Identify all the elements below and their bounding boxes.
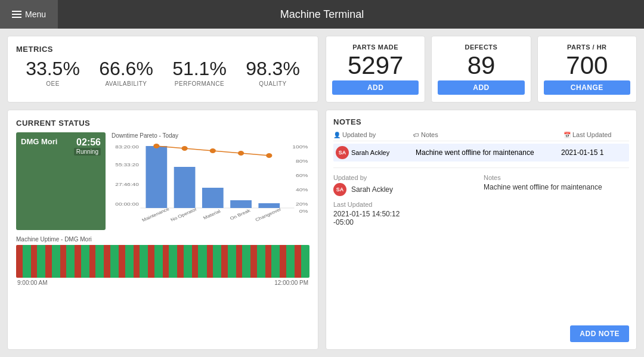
metrics-values: 33.5% OEE 66.6% AVAILABILITY 51.1% PERFO… [16, 58, 309, 87]
uptime-segment [154, 245, 163, 278]
svg-text:0%: 0% [299, 209, 308, 214]
parts-made-value: 5297 [348, 53, 403, 78]
uptime-label: Machine Uptime - DMG Mori [16, 236, 309, 243]
uptime-segment [257, 245, 265, 278]
detail-updated-by-label: Updated by [333, 174, 479, 181]
uptime-segment [66, 245, 75, 278]
uptime-segment [60, 245, 67, 278]
uptime-segment [16, 245, 23, 278]
hamburger-icon [12, 11, 21, 18]
uptime-segment [236, 245, 243, 278]
quality-label: QUALITY [236, 80, 309, 87]
bar-changeover [258, 203, 280, 208]
bar-material [202, 188, 224, 208]
detail-notes-text: Machine went offline for maintenance [484, 183, 629, 191]
uptime-mid-time: 12:00:00 PM [274, 280, 308, 286]
col-notes: 🏷 Notes [413, 131, 561, 138]
uptime-start-time: 9:00:00 AM [17, 280, 48, 286]
uptime-segment [119, 245, 125, 278]
svg-text:60%: 60% [296, 173, 308, 178]
avatar: SA [336, 146, 349, 159]
uptime-segment [95, 245, 104, 278]
notes-divider [333, 167, 629, 168]
menu-button[interactable]: Menu [0, 0, 58, 29]
uptime-segment [213, 245, 221, 278]
machine-header-row: DMG Mori 02:56 Running [21, 137, 101, 156]
svg-text:100%: 100% [292, 144, 308, 150]
metric-oee: 33.5% OEE [16, 58, 89, 87]
svg-text:83:20:00: 83:20:00 [115, 144, 139, 150]
svg-text:55:33:20: 55:33:20 [115, 162, 139, 167]
svg-text:Material: Material [202, 209, 222, 220]
machine-time: 02:56 [74, 137, 101, 148]
detail-user-cell: SA Sarah Ackley [333, 183, 479, 196]
metrics-card: METRICS 33.5% OEE 66.6% AVAILABILITY 51.… [7, 36, 318, 103]
machine-state: Running [74, 148, 101, 156]
parts-hr-card: PARTS / HR 700 CHANGE [537, 36, 637, 103]
uptime-segment [192, 245, 199, 278]
uptime-segment [250, 245, 257, 278]
uptime-segment [140, 245, 148, 278]
uptime-segment [89, 245, 96, 278]
uptime-segment [134, 245, 140, 278]
parts-hr-value: 700 [566, 53, 608, 78]
row-user-cell: SA Sarah Ackley [336, 146, 413, 159]
svg-text:27:46:40: 27:46:40 [115, 182, 139, 187]
defects-value: 89 [467, 53, 496, 78]
parts-hr-change-button[interactable]: CHANGE [544, 80, 630, 95]
metrics-title: METRICS [16, 45, 309, 54]
svg-text:20%: 20% [296, 201, 308, 207]
uptime-segment [295, 245, 301, 278]
status-content: DMG Mori 02:56 Running Downtime Pareto -… [16, 132, 309, 230]
uptime-segment [23, 245, 31, 278]
metric-quality: 98.3% QUALITY [236, 58, 309, 87]
uptime-segment [37, 245, 45, 278]
main-content: METRICS 33.5% OEE 66.6% AVAILABILITY 51.… [0, 29, 644, 357]
svg-point-14 [238, 151, 244, 156]
add-note-button[interactable]: ADD NOTE [570, 325, 629, 342]
header: Menu Machine Terminal [0, 0, 644, 29]
bar-on-break [230, 200, 252, 208]
performance-value: 51.1% [163, 58, 236, 79]
svg-text:Changeover: Changeover [254, 207, 282, 222]
uptime-segment [280, 245, 286, 278]
uptime-segment [104, 245, 110, 278]
kpi-cards: PARTS MADE 5297 ADD DEFECTS 89 ADD PARTS… [326, 36, 637, 103]
notes-table-header: 👤 Updated by 🏷 Notes 📅 Last Updated [333, 131, 629, 141]
svg-point-11 [153, 144, 159, 148]
uptime-segment [221, 245, 228, 278]
svg-text:No Operator: No Operator [169, 207, 198, 222]
svg-point-13 [210, 148, 216, 153]
performance-label: PERFORMANCE [163, 80, 236, 87]
metric-availability: 66.6% AVAILABILITY [89, 58, 163, 87]
machine-green-area [21, 156, 101, 225]
pareto-chart-container: Downtime Pareto - Today 83:20:00 55:33:2… [112, 132, 309, 230]
machine-status-box: DMG Mori 02:56 Running [16, 132, 106, 230]
uptime-section: Machine Uptime - DMG Mori 9:00:00 AM 12:… [16, 236, 309, 286]
svg-text:On Break: On Break [229, 208, 252, 221]
parts-hr-title: PARTS / HR [567, 44, 607, 51]
uptime-segment [207, 245, 213, 278]
oee-value: 33.5% [16, 58, 89, 79]
svg-text:80%: 80% [296, 159, 308, 164]
defects-card: DEFECTS 89 ADD [431, 36, 531, 103]
row-note-text: Machine went offline for maintenance [416, 148, 559, 157]
detail-last-updated-value: 2021-01-15 14:50:12 [333, 210, 479, 218]
parts-made-add-button[interactable]: ADD [332, 80, 419, 95]
defects-add-button[interactable]: ADD [438, 80, 524, 95]
parts-made-title: PARTS MADE [352, 44, 398, 51]
metric-performance: 51.1% PERFORMANCE [163, 58, 236, 87]
col-last-updated: 📅 Last Updated [564, 131, 629, 138]
detail-last-updated-label: Last Updated [333, 201, 479, 208]
detail-user-name: Sarah Ackley [351, 185, 393, 194]
defects-title: DEFECTS [465, 44, 498, 51]
svg-text:40%: 40% [296, 187, 308, 193]
user-icon: 👤 [333, 132, 340, 138]
bar-maintenance [145, 146, 167, 208]
oee-label: OEE [16, 80, 89, 87]
uptime-segment [169, 245, 177, 278]
uptime-segment [125, 245, 134, 278]
pareto-title: Downtime Pareto - Today [112, 132, 309, 139]
header-title: Machine Terminal [280, 8, 364, 21]
uptime-segment [45, 245, 52, 278]
